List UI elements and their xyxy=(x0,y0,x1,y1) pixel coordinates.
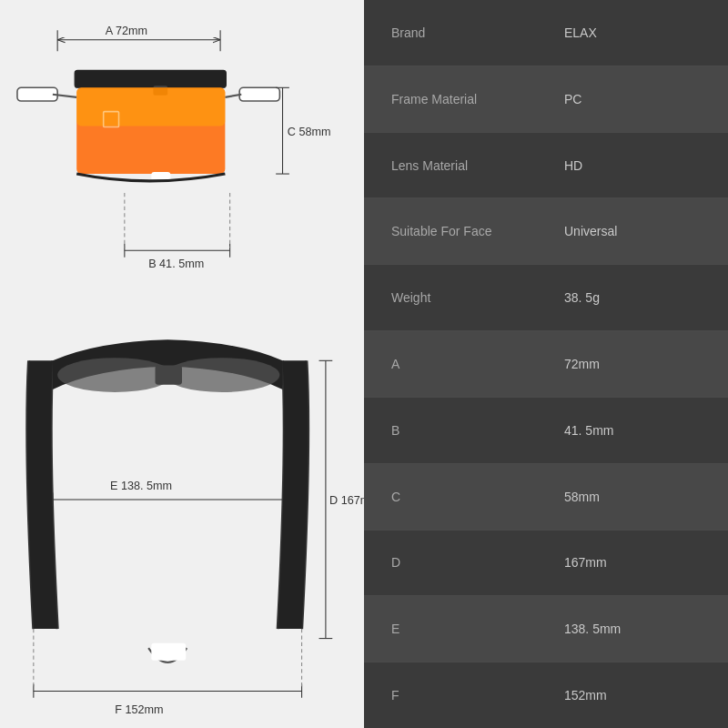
spec-label: Weight xyxy=(364,290,546,305)
svg-text:C 58mm: C 58mm xyxy=(288,126,331,138)
spec-value: ELAX xyxy=(546,25,728,40)
svg-text:E  138. 5mm: E 138. 5mm xyxy=(110,480,172,492)
spec-row-f: F152mm xyxy=(364,662,728,728)
svg-text:D 167mm: D 167mm xyxy=(329,494,364,507)
specs-panel: BrandELAXFrame MaterialPCLens MaterialHD… xyxy=(364,0,728,728)
spec-label: C xyxy=(364,490,546,504)
spec-row-d: D167mm xyxy=(364,531,728,597)
spec-label: B xyxy=(364,423,546,438)
spec-label: E xyxy=(364,622,546,636)
spec-row-weight: Weight38. 5g xyxy=(364,265,728,331)
svg-point-24 xyxy=(57,358,172,392)
svg-rect-4 xyxy=(17,87,57,101)
spec-value: 167mm xyxy=(546,555,728,570)
spec-row-brand: BrandELAX xyxy=(364,0,728,66)
bottom-diagram: D 167mm E 138. 5mm F 152mm xyxy=(0,309,364,728)
svg-rect-11 xyxy=(76,87,225,126)
svg-text:F  152mm: F 152mm xyxy=(115,703,163,716)
spec-row-frame-material: Frame MaterialPC xyxy=(364,66,728,133)
spec-value: 72mm xyxy=(546,357,728,371)
spec-value: 58mm xyxy=(546,490,728,504)
svg-rect-27 xyxy=(151,643,186,661)
spec-row-suitable-for-face: Suitable For FaceUniversal xyxy=(364,198,728,265)
spec-value: Universal xyxy=(546,224,728,238)
svg-text:B  41. 5mm: B 41. 5mm xyxy=(148,258,204,270)
spec-row-lens-material: Lens MaterialHD xyxy=(364,133,728,199)
spec-label: Frame Material xyxy=(364,92,546,106)
spec-row-a: A72mm xyxy=(364,331,728,398)
top-view-svg: D 167mm E 138. 5mm F 152mm xyxy=(0,309,364,728)
spec-label: D xyxy=(364,555,546,570)
spec-row-c: C58mm xyxy=(364,464,728,531)
spec-value: 38. 5g xyxy=(546,290,728,305)
diagram-panel: A 72mm xyxy=(0,0,364,728)
spec-label: Brand xyxy=(364,25,546,40)
spec-label: Lens Material xyxy=(364,158,546,173)
svg-rect-26 xyxy=(156,366,182,385)
svg-rect-8 xyxy=(75,70,226,87)
spec-label: F xyxy=(364,688,546,703)
spec-label: Suitable For Face xyxy=(364,224,546,238)
spec-value: 152mm xyxy=(546,688,728,703)
spec-value: PC xyxy=(546,92,728,106)
svg-rect-6 xyxy=(239,87,279,101)
spec-value: 41. 5mm xyxy=(546,423,728,438)
front-view-svg: A 72mm xyxy=(0,0,364,309)
spec-label: A xyxy=(364,357,546,371)
svg-text:A  72mm: A 72mm xyxy=(106,25,147,37)
spec-row-b: B41. 5mm xyxy=(364,398,728,464)
spec-value: HD xyxy=(546,158,728,173)
spec-row-e: E138. 5mm xyxy=(364,596,728,662)
top-diagram: A 72mm xyxy=(0,0,364,309)
spec-value: 138. 5mm xyxy=(546,622,728,636)
